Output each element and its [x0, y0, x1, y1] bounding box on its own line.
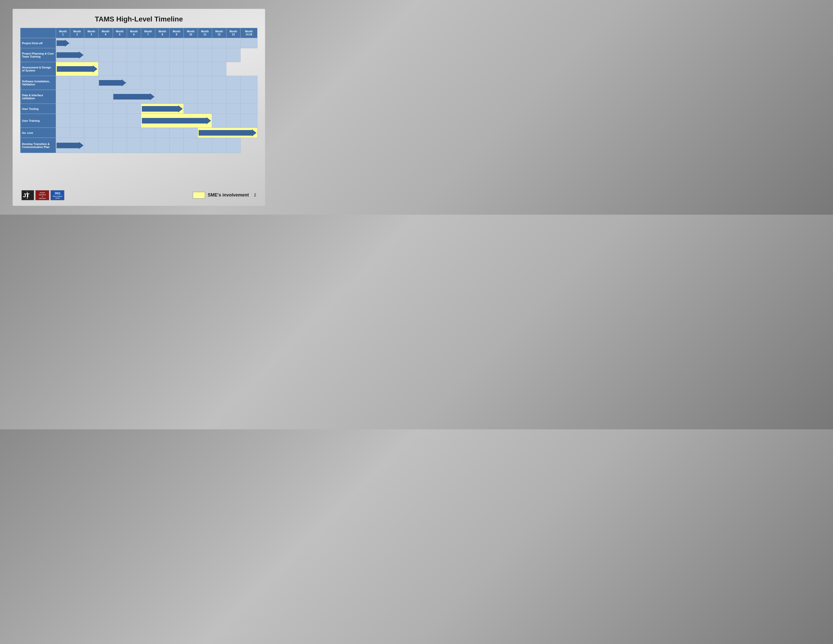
gantt-cell — [127, 138, 141, 153]
gantt-cell — [155, 76, 169, 90]
gantt-cell — [127, 38, 141, 48]
page-title: TAMS High-Level Timeline — [20, 14, 257, 25]
svg-text:State of Oregon: State of Oregon — [53, 195, 62, 197]
gantt-cell-sme — [56, 62, 98, 76]
month-3-header: Month3 — [84, 28, 98, 38]
gantt-cell — [155, 128, 169, 138]
gantt-cell — [198, 48, 212, 62]
gantt-cell — [155, 90, 169, 104]
gantt-cell — [127, 114, 141, 128]
gantt-cell — [56, 90, 70, 104]
gantt-cell — [127, 62, 141, 76]
gantt-cell — [183, 90, 198, 104]
task-label: Assessment & Design of System — [21, 62, 56, 76]
gantt-cell — [56, 38, 70, 48]
gantt-cell — [113, 104, 127, 114]
gantt-cell — [84, 104, 98, 114]
month-7-header: Month7 — [141, 28, 155, 38]
gantt-cell — [212, 90, 226, 104]
table-row: Project Planning & Core Team Training — [21, 48, 257, 62]
gantt-cell — [212, 114, 226, 128]
gantt-cell — [56, 104, 70, 114]
gantt-cell — [155, 62, 169, 76]
svg-text:Quality: Quality — [55, 197, 60, 199]
gantt-cell — [84, 90, 98, 104]
gantt-cell — [70, 114, 84, 128]
gantt-cell — [226, 76, 240, 90]
header-row: Month1 Month2 Month3 Month4 Month5 Month… — [21, 28, 257, 38]
gantt-cell — [113, 90, 155, 104]
gantt-cell — [84, 38, 98, 48]
legend: SME's involvement 2 — [193, 192, 256, 199]
deq-logo: DEQ State of Oregon Quality — [50, 190, 64, 200]
gantt-cell — [240, 104, 257, 114]
task-label: User Testing — [21, 104, 56, 114]
svg-text:Oregon: Oregon — [40, 192, 45, 193]
gantt-cell — [212, 62, 226, 76]
gantt-cell — [226, 48, 240, 62]
gantt-cell — [240, 114, 257, 128]
gantt-cell — [56, 114, 70, 128]
month-12-header: Month12 — [212, 28, 226, 38]
month-4-header: Month4 — [98, 28, 113, 38]
gantt-cell — [84, 48, 98, 62]
gantt-cell — [56, 76, 70, 90]
gantt-cell — [127, 128, 141, 138]
gantt-cell — [198, 104, 212, 114]
gantt-cell — [141, 76, 155, 90]
gantt-cell — [183, 38, 198, 48]
table-row: Data & Interface validation — [21, 90, 257, 104]
gantt-cell — [212, 138, 226, 153]
table-row: Assessment & Design of System — [21, 62, 257, 76]
gantt-cell — [98, 138, 113, 153]
gantt-cell — [70, 38, 84, 48]
gantt-cell — [183, 138, 198, 153]
legend-label: SME's involvement — [208, 192, 249, 198]
gantt-cell — [183, 48, 198, 62]
footer: JT Oregon Department of Agriculture DEQ — [20, 188, 257, 202]
gantt-cell-sme — [198, 128, 257, 138]
gantt-cell — [70, 128, 84, 138]
table-row: User Training — [21, 114, 257, 128]
gantt-cell — [98, 62, 113, 76]
table-row: Project Kick-off — [21, 38, 257, 48]
month-1-header: Month1 — [56, 28, 70, 38]
gantt-cell — [141, 128, 155, 138]
gantt-cell — [155, 138, 169, 153]
svg-text:Agriculture: Agriculture — [39, 198, 46, 199]
gantt-cell — [141, 62, 155, 76]
gantt-cell — [240, 76, 257, 90]
gantt-cell — [98, 104, 113, 114]
gantt-cell — [226, 104, 240, 114]
logo-area: JT Oregon Department of Agriculture DEQ — [21, 190, 64, 200]
month-8-header: Month8 — [155, 28, 169, 38]
gantt-cell-sme — [141, 114, 212, 128]
gantt-cell — [98, 76, 127, 90]
gantt-cell — [113, 48, 127, 62]
gantt-cell — [127, 48, 141, 62]
jt-logo: JT — [21, 190, 34, 200]
gantt-cell — [226, 38, 240, 48]
gantt-cell — [84, 128, 98, 138]
gantt-cell — [169, 62, 183, 76]
gantt-cell — [84, 138, 98, 153]
svg-text:DEQ: DEQ — [55, 192, 60, 195]
month-5-header: Month5 — [113, 28, 127, 38]
task-label: Go -Live — [21, 128, 56, 138]
gantt-cell — [198, 90, 212, 104]
gantt-cell — [141, 138, 155, 153]
gantt-cell — [198, 76, 212, 90]
table-row: Software Installation, Validation — [21, 76, 257, 90]
month-6-header: Month6 — [127, 28, 141, 38]
gantt-cell — [169, 76, 183, 90]
gantt-cell — [113, 38, 127, 48]
gantt-cell — [183, 76, 198, 90]
table-row: Go -Live — [21, 128, 257, 138]
gantt-cell — [155, 38, 169, 48]
gantt-cell — [113, 114, 127, 128]
gantt-cell — [56, 138, 84, 153]
gantt-cell — [169, 128, 183, 138]
gantt-cell — [56, 128, 70, 138]
gantt-cell — [98, 114, 113, 128]
header-label-col — [21, 28, 56, 38]
